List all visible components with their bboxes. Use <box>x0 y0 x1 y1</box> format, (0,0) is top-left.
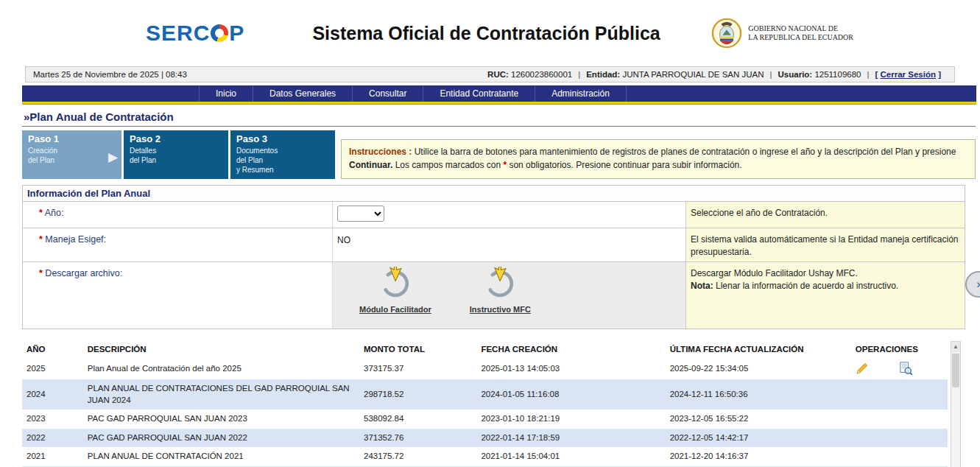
scrollbar-thumb[interactable] <box>952 354 959 387</box>
session-info: RUC: 1260023860001 | Entidad: JUNTA PARR… <box>482 70 947 79</box>
col-header-ultima-actualizacion: ÚLTIMA FECHA ACTUALIZACIÓN <box>666 340 851 358</box>
download-cursor-icon <box>377 267 414 303</box>
app-title: Sistema Oficial de Contratación Pública <box>312 23 660 44</box>
table-row-2024: 2024 PLAN ANUAL DE CONTRATACIONES DEL GA… <box>22 379 948 410</box>
plan-info-form: Información del Plan Anual * Año: Selecc… <box>22 185 965 329</box>
table-row-2022: 2022 PAC GAD PARROQUIAL SAN JUAN 2022 37… <box>22 429 948 448</box>
nav-item-administracion[interactable]: Administración <box>535 85 627 102</box>
step-arrow-icon: ▶ <box>108 150 118 165</box>
user-info: Usuario: 1251109680 <box>772 70 867 79</box>
anio-help: Seleccione el año de Contratación. <box>685 202 965 228</box>
edit-pencil-icon[interactable] <box>856 362 868 375</box>
preview-document-icon[interactable] <box>899 362 913 376</box>
step-2-detalles[interactable]: Paso 2 Detalles del Plan <box>124 130 228 179</box>
anio-label: * Año: <box>23 202 332 228</box>
table-header-row: AÑO DESCRIPCIÓN MONTO TOTAL FECHA CREACI… <box>22 340 948 358</box>
ruc-info: RUC: 1260023860001 <box>482 70 578 79</box>
table-row-2021: 2021 PLAN ANUAL DE CONTRATACIÓN 2021 243… <box>22 447 948 466</box>
scroll-up-arrow-icon[interactable]: ▲ <box>951 342 960 352</box>
logo-text-left: SERC <box>146 21 210 46</box>
nav-item-datos-generales[interactable]: Datos Generales <box>253 85 352 102</box>
entity-info: Entidad: JUNTA PARROQUIAL DE SAN JUAN <box>580 70 769 79</box>
chevron-right-icon: › <box>976 278 980 291</box>
col-header-descripcion: DESCRIPCIÓN <box>83 340 359 358</box>
ecuador-coat-of-arms-icon <box>711 18 742 49</box>
form-section-title: Información del Plan Anual <box>23 186 965 202</box>
col-header-fecha-creacion: FECHA CREACIÓN <box>476 340 665 358</box>
step-3-documentos[interactable]: Paso 3 Documentos del Plan y Resumen <box>230 130 335 179</box>
esigef-label: * Maneja Esigef: <box>23 228 332 261</box>
nav-item-inicio[interactable]: Inicio <box>199 85 253 102</box>
logo-text-right: P <box>229 21 244 46</box>
nav-item-entidad-contratante[interactable]: Entidad Contratante <box>423 85 535 102</box>
sercop-o-icon <box>211 24 228 42</box>
year-select[interactable] <box>337 206 384 222</box>
wizard-steps: Paso 1 Creación del Plan ▶ Paso 2 Detall… <box>22 130 976 179</box>
modulo-facilitador-link[interactable]: Módulo Facilitador <box>359 267 431 314</box>
plans-table-region: AÑO DESCRIPCIÓN MONTO TOTAL FECHA CREACI… <box>22 340 961 467</box>
col-header-monto: MONTO TOTAL <box>359 340 476 358</box>
download-cursor-icon <box>482 267 518 303</box>
session-bar: Martes 25 de Noviembre de 2025 | 08:43 R… <box>25 66 955 82</box>
form-row-anio: * Año: Seleccione el año de Contratación… <box>23 202 965 228</box>
current-datetime: Martes 25 de Noviembre de 2025 | 08:43 <box>33 70 187 79</box>
nav-item-consultar[interactable]: Consultar <box>352 85 423 102</box>
main-nav: Inicio Datos Generales Consultar Entidad… <box>22 85 976 102</box>
col-header-anio: AÑO <box>22 340 83 358</box>
government-brand: GOBIERNO NACIONAL DE LA REPUBLICA DEL EC… <box>711 18 853 49</box>
table-row-2025: 2025 Plan Anual de Contratación del año … <box>22 358 948 379</box>
esigef-help: El sistema valida automáticamente si la … <box>685 228 965 261</box>
col-header-operaciones: OPERACIONES <box>851 340 948 358</box>
sercop-logo: SERCP <box>146 21 244 46</box>
page-title: »Plan Anual de Contratación <box>22 109 976 127</box>
table-scrollbar[interactable]: ▲ <box>951 341 961 467</box>
app-header: SERCP Sistema Oficial de Contratación Pú… <box>0 0 980 66</box>
plans-table: AÑO DESCRIPCIÓN MONTO TOTAL FECHA CREACI… <box>22 340 948 467</box>
instructions-box: Instrucciones : Utilice la barra de boto… <box>341 139 976 179</box>
logout-link[interactable]: [ Cerrar Sesión ] <box>870 70 948 79</box>
descargar-help: Descargar Módulo Facilitador Ushay MFC. … <box>685 262 965 329</box>
instructivo-mfc-link[interactable]: Instructivo MFC <box>470 267 531 314</box>
descargar-label: * Descargar archivo: <box>23 262 332 329</box>
table-row-2023: 2023 PAC GAD PARROQUIAL SAN JUAN 2023 53… <box>22 410 948 429</box>
form-row-descargar: * Descargar archivo: Módulo Facilitador <box>23 262 965 329</box>
main-content: »Plan Anual de Contratación Paso 1 Creac… <box>0 105 980 467</box>
government-title: GOBIERNO NACIONAL DE LA REPUBLICA DEL EC… <box>748 24 853 43</box>
form-row-esigef: * Maneja Esigef: NO El sistema valida au… <box>23 228 965 262</box>
esigef-value: NO <box>337 232 350 245</box>
step-1-creacion[interactable]: Paso 1 Creación del Plan ▶ <box>22 130 121 179</box>
